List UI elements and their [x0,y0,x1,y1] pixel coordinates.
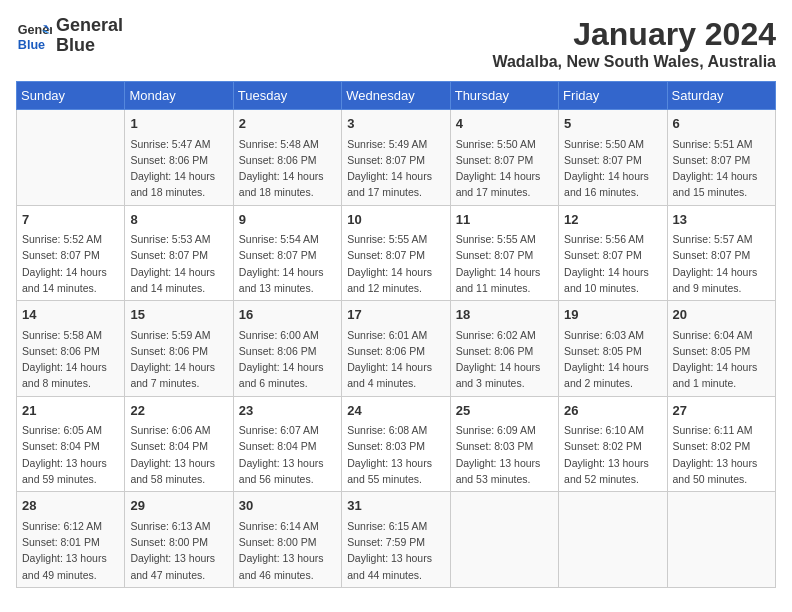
day-info: Sunrise: 6:04 AM Sunset: 8:05 PM Dayligh… [673,327,770,392]
logo-blue: Blue [56,36,123,56]
day-number: 14 [22,305,119,325]
day-number: 20 [673,305,770,325]
day-number: 9 [239,210,336,230]
day-cell: 4Sunrise: 5:50 AM Sunset: 8:07 PM Daylig… [450,110,558,206]
day-number: 18 [456,305,553,325]
calendar-body: 1Sunrise: 5:47 AM Sunset: 8:06 PM Daylig… [17,110,776,588]
day-number: 13 [673,210,770,230]
day-cell: 24Sunrise: 6:08 AM Sunset: 8:03 PM Dayli… [342,396,450,492]
day-info: Sunrise: 6:14 AM Sunset: 8:00 PM Dayligh… [239,518,336,583]
col-header-friday: Friday [559,82,667,110]
day-cell [17,110,125,206]
day-cell: 9Sunrise: 5:54 AM Sunset: 8:07 PM Daylig… [233,205,341,301]
day-number: 15 [130,305,227,325]
day-info: Sunrise: 5:54 AM Sunset: 8:07 PM Dayligh… [239,231,336,296]
logo-icon: General Blue [16,18,52,54]
col-header-sunday: Sunday [17,82,125,110]
day-cell: 21Sunrise: 6:05 AM Sunset: 8:04 PM Dayli… [17,396,125,492]
day-cell: 10Sunrise: 5:55 AM Sunset: 8:07 PM Dayli… [342,205,450,301]
header-row: SundayMondayTuesdayWednesdayThursdayFrid… [17,82,776,110]
day-number: 1 [130,114,227,134]
day-cell: 1Sunrise: 5:47 AM Sunset: 8:06 PM Daylig… [125,110,233,206]
day-info: Sunrise: 6:07 AM Sunset: 8:04 PM Dayligh… [239,422,336,487]
day-cell: 23Sunrise: 6:07 AM Sunset: 8:04 PM Dayli… [233,396,341,492]
logo: General Blue General Blue [16,16,123,56]
col-header-tuesday: Tuesday [233,82,341,110]
svg-text:General: General [18,23,52,37]
week-row-5: 28Sunrise: 6:12 AM Sunset: 8:01 PM Dayli… [17,492,776,588]
day-cell: 29Sunrise: 6:13 AM Sunset: 8:00 PM Dayli… [125,492,233,588]
day-info: Sunrise: 5:48 AM Sunset: 8:06 PM Dayligh… [239,136,336,201]
svg-text:Blue: Blue [18,37,45,51]
day-info: Sunrise: 5:49 AM Sunset: 8:07 PM Dayligh… [347,136,444,201]
day-cell: 27Sunrise: 6:11 AM Sunset: 8:02 PM Dayli… [667,396,775,492]
day-cell: 26Sunrise: 6:10 AM Sunset: 8:02 PM Dayli… [559,396,667,492]
day-cell: 15Sunrise: 5:59 AM Sunset: 8:06 PM Dayli… [125,301,233,397]
day-number: 26 [564,401,661,421]
week-row-3: 14Sunrise: 5:58 AM Sunset: 8:06 PM Dayli… [17,301,776,397]
day-cell: 20Sunrise: 6:04 AM Sunset: 8:05 PM Dayli… [667,301,775,397]
day-number: 3 [347,114,444,134]
day-cell: 3Sunrise: 5:49 AM Sunset: 8:07 PM Daylig… [342,110,450,206]
day-cell: 13Sunrise: 5:57 AM Sunset: 8:07 PM Dayli… [667,205,775,301]
day-number: 5 [564,114,661,134]
day-info: Sunrise: 5:58 AM Sunset: 8:06 PM Dayligh… [22,327,119,392]
col-header-monday: Monday [125,82,233,110]
week-row-2: 7Sunrise: 5:52 AM Sunset: 8:07 PM Daylig… [17,205,776,301]
day-info: Sunrise: 6:00 AM Sunset: 8:06 PM Dayligh… [239,327,336,392]
week-row-4: 21Sunrise: 6:05 AM Sunset: 8:04 PM Dayli… [17,396,776,492]
day-cell: 31Sunrise: 6:15 AM Sunset: 7:59 PM Dayli… [342,492,450,588]
day-cell: 5Sunrise: 5:50 AM Sunset: 8:07 PM Daylig… [559,110,667,206]
calendar-table: SundayMondayTuesdayWednesdayThursdayFrid… [16,81,776,588]
day-info: Sunrise: 6:03 AM Sunset: 8:05 PM Dayligh… [564,327,661,392]
day-info: Sunrise: 6:05 AM Sunset: 8:04 PM Dayligh… [22,422,119,487]
logo-wordmark: General Blue [56,16,123,56]
day-number: 24 [347,401,444,421]
day-info: Sunrise: 6:06 AM Sunset: 8:04 PM Dayligh… [130,422,227,487]
logo-general: General [56,16,123,36]
day-number: 4 [456,114,553,134]
day-info: Sunrise: 6:15 AM Sunset: 7:59 PM Dayligh… [347,518,444,583]
day-cell [559,492,667,588]
day-cell: 18Sunrise: 6:02 AM Sunset: 8:06 PM Dayli… [450,301,558,397]
day-cell: 19Sunrise: 6:03 AM Sunset: 8:05 PM Dayli… [559,301,667,397]
day-number: 23 [239,401,336,421]
day-cell: 17Sunrise: 6:01 AM Sunset: 8:06 PM Dayli… [342,301,450,397]
day-number: 27 [673,401,770,421]
day-cell: 22Sunrise: 6:06 AM Sunset: 8:04 PM Dayli… [125,396,233,492]
day-number: 16 [239,305,336,325]
calendar-title: January 2024 [492,16,776,53]
day-info: Sunrise: 6:08 AM Sunset: 8:03 PM Dayligh… [347,422,444,487]
day-info: Sunrise: 5:55 AM Sunset: 8:07 PM Dayligh… [347,231,444,296]
day-cell: 12Sunrise: 5:56 AM Sunset: 8:07 PM Dayli… [559,205,667,301]
day-info: Sunrise: 6:01 AM Sunset: 8:06 PM Dayligh… [347,327,444,392]
day-number: 28 [22,496,119,516]
day-number: 7 [22,210,119,230]
calendar-header: SundayMondayTuesdayWednesdayThursdayFrid… [17,82,776,110]
day-info: Sunrise: 5:53 AM Sunset: 8:07 PM Dayligh… [130,231,227,296]
day-info: Sunrise: 5:56 AM Sunset: 8:07 PM Dayligh… [564,231,661,296]
header: General Blue General Blue January 2024 W… [16,16,776,71]
day-number: 2 [239,114,336,134]
day-cell: 8Sunrise: 5:53 AM Sunset: 8:07 PM Daylig… [125,205,233,301]
col-header-thursday: Thursday [450,82,558,110]
day-info: Sunrise: 6:12 AM Sunset: 8:01 PM Dayligh… [22,518,119,583]
day-cell: 11Sunrise: 5:55 AM Sunset: 8:07 PM Dayli… [450,205,558,301]
day-number: 8 [130,210,227,230]
day-info: Sunrise: 5:47 AM Sunset: 8:06 PM Dayligh… [130,136,227,201]
day-cell: 16Sunrise: 6:00 AM Sunset: 8:06 PM Dayli… [233,301,341,397]
day-cell [667,492,775,588]
day-cell: 25Sunrise: 6:09 AM Sunset: 8:03 PM Dayli… [450,396,558,492]
day-number: 22 [130,401,227,421]
day-number: 30 [239,496,336,516]
day-number: 17 [347,305,444,325]
day-info: Sunrise: 6:11 AM Sunset: 8:02 PM Dayligh… [673,422,770,487]
day-number: 12 [564,210,661,230]
day-info: Sunrise: 5:50 AM Sunset: 8:07 PM Dayligh… [456,136,553,201]
day-cell: 28Sunrise: 6:12 AM Sunset: 8:01 PM Dayli… [17,492,125,588]
day-cell: 2Sunrise: 5:48 AM Sunset: 8:06 PM Daylig… [233,110,341,206]
day-cell: 7Sunrise: 5:52 AM Sunset: 8:07 PM Daylig… [17,205,125,301]
day-info: Sunrise: 6:02 AM Sunset: 8:06 PM Dayligh… [456,327,553,392]
day-number: 19 [564,305,661,325]
day-number: 11 [456,210,553,230]
